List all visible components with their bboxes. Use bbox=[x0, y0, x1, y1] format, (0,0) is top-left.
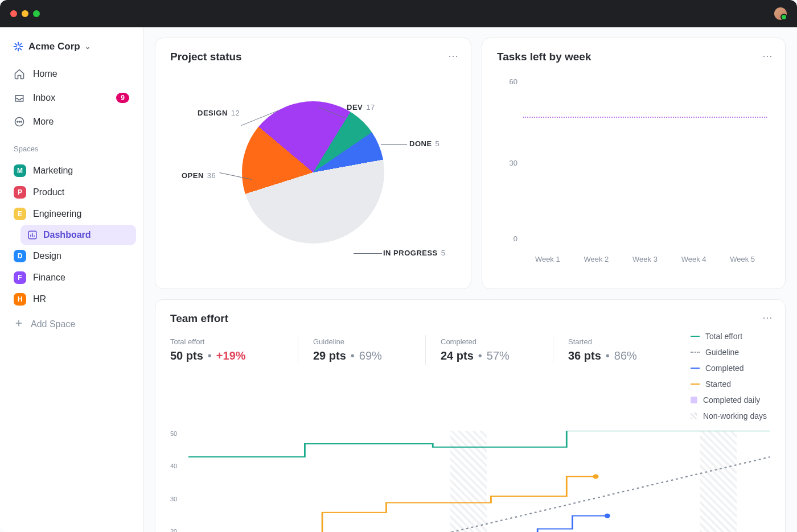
nav-more-label: More bbox=[33, 117, 54, 127]
legend: Total effort Guideline Completed Started… bbox=[691, 332, 770, 420]
y-tick: 30 bbox=[497, 159, 517, 167]
metrics-row: Total effort 50 pts•+19% Guideline 29 pt… bbox=[170, 335, 680, 365]
x-tick: Week 1 bbox=[535, 255, 560, 263]
space-avatar: H bbox=[14, 293, 26, 306]
maximize-window-icon[interactable] bbox=[33, 10, 40, 17]
close-window-icon[interactable] bbox=[10, 10, 17, 17]
space-avatar: D bbox=[14, 250, 26, 262]
space-label: Marketing bbox=[33, 166, 73, 176]
svg-point-9 bbox=[17, 121, 18, 122]
metric-started: Started 36 pts•86% bbox=[553, 335, 680, 365]
add-space-label: Add Space bbox=[31, 319, 75, 329]
inbox-badge: 9 bbox=[116, 93, 129, 103]
home-icon bbox=[14, 68, 25, 80]
nav-home[interactable]: Home bbox=[7, 63, 136, 85]
main-content: Project status ⋯ DEV17 DONE5 IN PROGRESS… bbox=[143, 27, 797, 532]
effort-chart: 50 40 30 20 bbox=[170, 431, 770, 532]
avatar[interactable] bbox=[774, 7, 787, 20]
bar-chart: 60 30 0 Week 1Week 2Week 3Week 4Week 5 bbox=[497, 70, 770, 263]
card-tasks-left: Tasks left by week ⋯ 60 30 0 Week 1Week … bbox=[482, 38, 786, 289]
svg-line-6 bbox=[20, 44, 22, 46]
space-label: Design bbox=[33, 251, 61, 261]
svg-point-11 bbox=[21, 121, 22, 122]
nav-more[interactable]: More bbox=[7, 110, 136, 133]
sidebar-space-marketing[interactable]: MMarketing bbox=[7, 160, 136, 182]
svg-line-5 bbox=[20, 48, 22, 50]
metric-guideline: Guideline 29 pts•69% bbox=[298, 335, 425, 365]
chevron-down-icon: ⌄ bbox=[85, 43, 91, 51]
pie-graphic bbox=[242, 101, 384, 244]
space-label: Engineering bbox=[33, 209, 81, 219]
x-tick: Week 4 bbox=[681, 255, 706, 263]
titlebar bbox=[0, 0, 797, 27]
svg-line-7 bbox=[15, 48, 17, 50]
svg-line-4 bbox=[15, 44, 17, 46]
nav-inbox[interactable]: Inbox 9 bbox=[7, 86, 136, 109]
card-title: Tasks left by week bbox=[497, 51, 770, 63]
sidebar-dashboard[interactable]: Dashboard bbox=[20, 225, 136, 245]
card-title: Project status bbox=[170, 51, 456, 63]
metric-total: Total effort 50 pts•+19% bbox=[170, 335, 298, 365]
x-tick: Week 2 bbox=[584, 255, 609, 263]
space-avatar: P bbox=[14, 186, 26, 199]
space-label: Product bbox=[33, 187, 64, 197]
y-tick: 0 bbox=[497, 234, 517, 242]
y-tick: 60 bbox=[497, 77, 517, 86]
nav-inbox-label: Inbox bbox=[33, 93, 55, 103]
space-avatar: F bbox=[14, 271, 26, 284]
metric-completed: Completed 24 pts•57% bbox=[425, 335, 553, 365]
sidebar-space-hr[interactable]: HHR bbox=[7, 288, 136, 310]
nav-home-label: Home bbox=[33, 69, 57, 79]
sidebar: Acme Corp ⌄ Home Inbox 9 More bbox=[0, 27, 143, 532]
spaces-section-label: Spaces bbox=[7, 135, 136, 158]
workspace-name: Acme Corp bbox=[28, 41, 80, 52]
workspace-logo-icon bbox=[13, 41, 24, 52]
space-avatar: E bbox=[14, 208, 26, 220]
svg-point-19 bbox=[605, 514, 610, 518]
dashboard-icon bbox=[27, 230, 38, 240]
ellipsis-icon bbox=[14, 116, 25, 127]
card-project-status: Project status ⋯ DEV17 DONE5 IN PROGRESS… bbox=[155, 38, 471, 289]
sidebar-space-design[interactable]: DDesign bbox=[7, 245, 136, 267]
card-title: Team effort bbox=[170, 312, 770, 325]
svg-point-18 bbox=[593, 475, 598, 479]
pie-chart: DEV17 DONE5 IN PROGRESS5 OPEN36 DESIGN12 bbox=[170, 70, 456, 275]
card-menu-button[interactable]: ⋯ bbox=[448, 50, 459, 62]
card-team-effort: Team effort ⋯ Total effort 50 pts•+19% G… bbox=[155, 299, 786, 532]
sidebar-space-engineering[interactable]: EEngineering bbox=[7, 203, 136, 225]
svg-point-10 bbox=[19, 121, 20, 122]
space-avatar: M bbox=[14, 164, 26, 177]
minimize-window-icon[interactable] bbox=[22, 10, 28, 17]
workspace-picker[interactable]: Acme Corp ⌄ bbox=[7, 36, 136, 57]
plus-icon bbox=[14, 318, 24, 331]
add-space-button[interactable]: Add Space bbox=[7, 312, 136, 336]
space-label: HR bbox=[33, 294, 46, 304]
sidebar-space-finance[interactable]: FFinance bbox=[7, 267, 136, 288]
sidebar-space-product[interactable]: PProduct bbox=[7, 182, 136, 203]
card-menu-button[interactable]: ⋯ bbox=[762, 50, 774, 62]
window-controls bbox=[10, 10, 40, 17]
card-menu-button[interactable]: ⋯ bbox=[762, 311, 774, 324]
x-tick: Week 5 bbox=[730, 255, 755, 263]
space-label: Finance bbox=[33, 273, 65, 283]
x-tick: Week 3 bbox=[632, 255, 658, 263]
inbox-icon bbox=[14, 92, 25, 104]
